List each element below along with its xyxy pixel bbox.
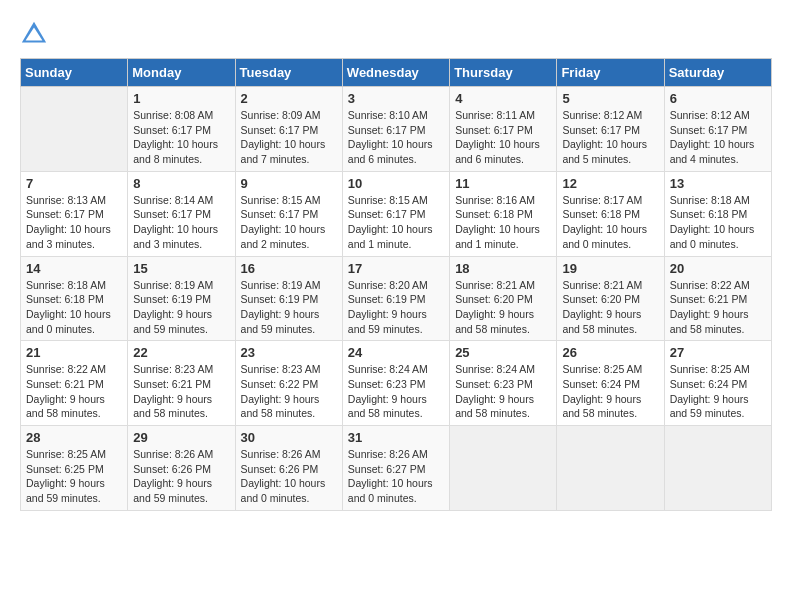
day-number: 26 (562, 345, 658, 360)
day-number: 18 (455, 261, 551, 276)
calendar-table: SundayMondayTuesdayWednesdayThursdayFrid… (20, 58, 772, 511)
day-number: 19 (562, 261, 658, 276)
day-number: 17 (348, 261, 444, 276)
day-number: 25 (455, 345, 551, 360)
day-info: Sunrise: 8:23 AMSunset: 6:22 PMDaylight:… (241, 362, 337, 421)
calendar-week-5: 28Sunrise: 8:25 AMSunset: 6:25 PMDayligh… (21, 426, 772, 511)
day-info: Sunrise: 8:22 AMSunset: 6:21 PMDaylight:… (26, 362, 122, 421)
day-info: Sunrise: 8:11 AMSunset: 6:17 PMDaylight:… (455, 108, 551, 167)
logo-icon (20, 20, 48, 48)
day-number: 10 (348, 176, 444, 191)
day-number: 12 (562, 176, 658, 191)
day-number: 24 (348, 345, 444, 360)
day-info: Sunrise: 8:25 AMSunset: 6:25 PMDaylight:… (26, 447, 122, 506)
weekday-header-friday: Friday (557, 59, 664, 87)
day-info: Sunrise: 8:26 AMSunset: 6:26 PMDaylight:… (133, 447, 229, 506)
calendar-cell: 21Sunrise: 8:22 AMSunset: 6:21 PMDayligh… (21, 341, 128, 426)
weekday-header-thursday: Thursday (450, 59, 557, 87)
calendar-cell: 27Sunrise: 8:25 AMSunset: 6:24 PMDayligh… (664, 341, 771, 426)
calendar-cell: 20Sunrise: 8:22 AMSunset: 6:21 PMDayligh… (664, 256, 771, 341)
day-number: 30 (241, 430, 337, 445)
day-info: Sunrise: 8:20 AMSunset: 6:19 PMDaylight:… (348, 278, 444, 337)
day-number: 1 (133, 91, 229, 106)
calendar-header: SundayMondayTuesdayWednesdayThursdayFrid… (21, 59, 772, 87)
day-number: 3 (348, 91, 444, 106)
day-info: Sunrise: 8:18 AMSunset: 6:18 PMDaylight:… (26, 278, 122, 337)
calendar-cell: 15Sunrise: 8:19 AMSunset: 6:19 PMDayligh… (128, 256, 235, 341)
day-info: Sunrise: 8:13 AMSunset: 6:17 PMDaylight:… (26, 193, 122, 252)
calendar-cell: 4Sunrise: 8:11 AMSunset: 6:17 PMDaylight… (450, 87, 557, 172)
calendar-cell: 18Sunrise: 8:21 AMSunset: 6:20 PMDayligh… (450, 256, 557, 341)
day-number: 6 (670, 91, 766, 106)
day-info: Sunrise: 8:16 AMSunset: 6:18 PMDaylight:… (455, 193, 551, 252)
day-info: Sunrise: 8:15 AMSunset: 6:17 PMDaylight:… (241, 193, 337, 252)
day-info: Sunrise: 8:24 AMSunset: 6:23 PMDaylight:… (348, 362, 444, 421)
day-number: 15 (133, 261, 229, 276)
calendar-cell: 11Sunrise: 8:16 AMSunset: 6:18 PMDayligh… (450, 171, 557, 256)
day-number: 22 (133, 345, 229, 360)
page-header (20, 20, 772, 48)
day-info: Sunrise: 8:25 AMSunset: 6:24 PMDaylight:… (670, 362, 766, 421)
day-info: Sunrise: 8:25 AMSunset: 6:24 PMDaylight:… (562, 362, 658, 421)
calendar-cell: 19Sunrise: 8:21 AMSunset: 6:20 PMDayligh… (557, 256, 664, 341)
logo (20, 20, 52, 48)
day-info: Sunrise: 8:08 AMSunset: 6:17 PMDaylight:… (133, 108, 229, 167)
calendar-week-2: 7Sunrise: 8:13 AMSunset: 6:17 PMDaylight… (21, 171, 772, 256)
day-info: Sunrise: 8:24 AMSunset: 6:23 PMDaylight:… (455, 362, 551, 421)
day-info: Sunrise: 8:09 AMSunset: 6:17 PMDaylight:… (241, 108, 337, 167)
day-info: Sunrise: 8:22 AMSunset: 6:21 PMDaylight:… (670, 278, 766, 337)
day-info: Sunrise: 8:14 AMSunset: 6:17 PMDaylight:… (133, 193, 229, 252)
day-info: Sunrise: 8:23 AMSunset: 6:21 PMDaylight:… (133, 362, 229, 421)
weekday-header-wednesday: Wednesday (342, 59, 449, 87)
calendar-cell: 10Sunrise: 8:15 AMSunset: 6:17 PMDayligh… (342, 171, 449, 256)
day-info: Sunrise: 8:12 AMSunset: 6:17 PMDaylight:… (562, 108, 658, 167)
calendar-cell: 23Sunrise: 8:23 AMSunset: 6:22 PMDayligh… (235, 341, 342, 426)
day-info: Sunrise: 8:19 AMSunset: 6:19 PMDaylight:… (241, 278, 337, 337)
day-number: 23 (241, 345, 337, 360)
calendar-cell: 26Sunrise: 8:25 AMSunset: 6:24 PMDayligh… (557, 341, 664, 426)
weekday-header-sunday: Sunday (21, 59, 128, 87)
day-info: Sunrise: 8:21 AMSunset: 6:20 PMDaylight:… (562, 278, 658, 337)
day-number: 20 (670, 261, 766, 276)
day-number: 5 (562, 91, 658, 106)
calendar-cell: 2Sunrise: 8:09 AMSunset: 6:17 PMDaylight… (235, 87, 342, 172)
calendar-cell (557, 426, 664, 511)
weekday-row: SundayMondayTuesdayWednesdayThursdayFrid… (21, 59, 772, 87)
day-info: Sunrise: 8:10 AMSunset: 6:17 PMDaylight:… (348, 108, 444, 167)
day-number: 13 (670, 176, 766, 191)
calendar-cell (450, 426, 557, 511)
day-info: Sunrise: 8:26 AMSunset: 6:26 PMDaylight:… (241, 447, 337, 506)
calendar-cell: 16Sunrise: 8:19 AMSunset: 6:19 PMDayligh… (235, 256, 342, 341)
calendar-cell: 5Sunrise: 8:12 AMSunset: 6:17 PMDaylight… (557, 87, 664, 172)
day-number: 14 (26, 261, 122, 276)
day-info: Sunrise: 8:12 AMSunset: 6:17 PMDaylight:… (670, 108, 766, 167)
calendar-cell: 1Sunrise: 8:08 AMSunset: 6:17 PMDaylight… (128, 87, 235, 172)
calendar-cell: 14Sunrise: 8:18 AMSunset: 6:18 PMDayligh… (21, 256, 128, 341)
calendar-cell: 22Sunrise: 8:23 AMSunset: 6:21 PMDayligh… (128, 341, 235, 426)
day-number: 21 (26, 345, 122, 360)
day-number: 16 (241, 261, 337, 276)
calendar-cell: 30Sunrise: 8:26 AMSunset: 6:26 PMDayligh… (235, 426, 342, 511)
day-number: 27 (670, 345, 766, 360)
day-number: 28 (26, 430, 122, 445)
calendar-cell: 17Sunrise: 8:20 AMSunset: 6:19 PMDayligh… (342, 256, 449, 341)
day-number: 9 (241, 176, 337, 191)
day-info: Sunrise: 8:21 AMSunset: 6:20 PMDaylight:… (455, 278, 551, 337)
calendar-cell: 12Sunrise: 8:17 AMSunset: 6:18 PMDayligh… (557, 171, 664, 256)
calendar-cell: 25Sunrise: 8:24 AMSunset: 6:23 PMDayligh… (450, 341, 557, 426)
calendar-cell: 9Sunrise: 8:15 AMSunset: 6:17 PMDaylight… (235, 171, 342, 256)
day-info: Sunrise: 8:19 AMSunset: 6:19 PMDaylight:… (133, 278, 229, 337)
day-number: 11 (455, 176, 551, 191)
calendar-body: 1Sunrise: 8:08 AMSunset: 6:17 PMDaylight… (21, 87, 772, 511)
calendar-cell: 7Sunrise: 8:13 AMSunset: 6:17 PMDaylight… (21, 171, 128, 256)
day-number: 2 (241, 91, 337, 106)
calendar-cell (664, 426, 771, 511)
calendar-cell (21, 87, 128, 172)
day-info: Sunrise: 8:26 AMSunset: 6:27 PMDaylight:… (348, 447, 444, 506)
calendar-cell: 3Sunrise: 8:10 AMSunset: 6:17 PMDaylight… (342, 87, 449, 172)
day-number: 4 (455, 91, 551, 106)
calendar-week-3: 14Sunrise: 8:18 AMSunset: 6:18 PMDayligh… (21, 256, 772, 341)
day-number: 8 (133, 176, 229, 191)
day-info: Sunrise: 8:18 AMSunset: 6:18 PMDaylight:… (670, 193, 766, 252)
weekday-header-monday: Monday (128, 59, 235, 87)
